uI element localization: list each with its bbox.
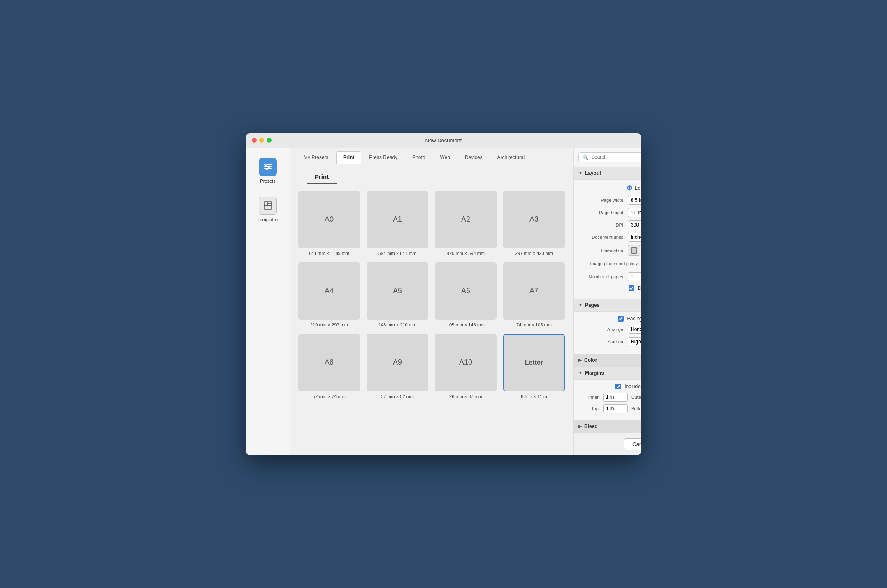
top-input[interactable] xyxy=(603,404,628,413)
page-sublabel-a4: 210 mm × 297 mm xyxy=(310,322,348,327)
page-thumb-a0: A0 xyxy=(298,191,360,248)
inner-input[interactable] xyxy=(603,393,628,402)
new-document-window: New Document Presets xyxy=(246,133,641,455)
traffic-lights xyxy=(252,138,272,143)
presets-label: Presets xyxy=(260,178,275,183)
pages-arrow-icon: ▼ xyxy=(578,303,583,307)
include-margins-label: Include margins xyxy=(625,384,641,389)
page-label-a6: A6 xyxy=(461,287,470,295)
minimize-button[interactable] xyxy=(259,138,264,143)
tab-print[interactable]: Print xyxy=(336,151,361,164)
page-width-input[interactable] xyxy=(628,196,641,205)
page-sublabel-a9: 37 mm × 52 mm xyxy=(381,394,414,399)
maximize-button[interactable] xyxy=(267,138,272,143)
search-icon: 🔍 xyxy=(582,154,589,160)
page-item-a3[interactable]: A3 297 mm × 420 mm xyxy=(503,191,565,256)
tab-photo[interactable]: Photo xyxy=(405,151,432,164)
svg-point-5 xyxy=(266,168,268,169)
search-wrap: 🔍 xyxy=(578,152,641,162)
page-height-label: Page height: xyxy=(579,210,625,215)
default-master-row: Default master xyxy=(629,285,641,291)
default-master-checkbox[interactable] xyxy=(629,285,634,291)
num-pages-row: Number of pages: ▲ ▼ xyxy=(579,271,641,282)
panel-title: Print xyxy=(307,168,337,184)
include-margins-checkbox[interactable] xyxy=(615,384,621,389)
dpi-select[interactable]: 300 72 96 150 600 xyxy=(628,220,641,229)
window-title: New Document xyxy=(425,137,462,144)
page-item-a9[interactable]: A9 37 mm × 52 mm xyxy=(367,334,428,399)
page-label-a5: A5 xyxy=(393,287,402,295)
margins-section-title: Margins xyxy=(585,370,604,376)
page-item-a8[interactable]: A8 52 mm × 74 mm xyxy=(298,334,360,399)
bleed-section-title: Bleed xyxy=(584,424,598,429)
bleed-section-header[interactable]: ▶ Bleed xyxy=(574,420,641,433)
page-sublabel-a0: 841 mm × 1189 mm xyxy=(309,251,349,256)
page-item-a10[interactable]: A10 26 mm × 37 mm xyxy=(435,334,497,399)
page-thumb-a5: A5 xyxy=(367,262,428,320)
page-thumb-a6: A6 xyxy=(435,262,497,320)
arrange-row: Arrange: Horizontally Vertically xyxy=(579,325,641,334)
layout-section-header[interactable]: ▼ Layout xyxy=(574,167,641,180)
close-button[interactable] xyxy=(252,138,257,143)
units-select[interactable]: Inches mm cm px pt xyxy=(628,233,641,242)
layout-section-content: ⊕ Letter Page width: Page height: DPI: xyxy=(574,180,641,299)
page-thumb-a3: A3 xyxy=(503,191,565,248)
svg-point-4 xyxy=(268,166,270,167)
page-thumb-a2: A2 xyxy=(435,191,497,248)
page-item-letter[interactable]: Letter 8.5 in × 11 in xyxy=(503,334,565,399)
tab-devices[interactable]: Devices xyxy=(458,151,490,164)
page-height-input[interactable] xyxy=(628,208,641,217)
page-item-a0[interactable]: A0 841 mm × 1189 mm xyxy=(298,191,360,256)
page-thumb-a1: A1 xyxy=(367,191,428,248)
svg-point-3 xyxy=(265,164,267,165)
facing-pages-checkbox[interactable] xyxy=(618,316,624,322)
page-sublabel-letter: 8.5 in × 11 in xyxy=(521,394,547,399)
tab-my-presets[interactable]: My Presets xyxy=(297,151,335,164)
cancel-button[interactable]: Cancel xyxy=(624,438,641,450)
layout-arrow-icon: ▼ xyxy=(578,171,583,175)
svg-rect-10 xyxy=(632,247,636,254)
sidebar-item-presets[interactable]: Presets xyxy=(249,155,286,187)
orientation-portrait-btn[interactable] xyxy=(628,245,640,256)
page-thumb-a8: A8 xyxy=(298,334,360,391)
search-input[interactable] xyxy=(591,154,641,160)
footer-buttons: Cancel Create xyxy=(574,433,641,455)
pages-section-title: Pages xyxy=(585,302,599,308)
page-label-a0: A0 xyxy=(325,215,334,224)
start-on-select[interactable]: Right Left xyxy=(628,337,641,346)
dpi-row: DPI: 300 72 96 150 600 xyxy=(579,220,641,229)
page-label-a7: A7 xyxy=(529,287,539,295)
main-content: Presets Templates My Presets Prin xyxy=(246,148,641,455)
document-units-label: Document units: xyxy=(579,235,625,240)
sidebar-item-templates[interactable]: Templates xyxy=(249,193,286,225)
page-sublabel-a10: 26 mm × 37 mm xyxy=(449,394,482,399)
page-width-row: Page width: xyxy=(579,196,641,205)
page-item-a4[interactable]: A4 210 mm × 297 mm xyxy=(298,262,360,327)
page-item-a2[interactable]: A2 420 mm × 594 mm xyxy=(435,191,497,256)
bleed-arrow-icon: ▶ xyxy=(578,424,582,428)
top-bottom-row: Top: Bottom: xyxy=(579,404,641,413)
page-item-a7[interactable]: A7 74 mm × 105 mm xyxy=(503,262,565,327)
right-panel: 🔍 ▼ Layout ⊕ Letter Page width: xyxy=(573,148,641,455)
svg-rect-9 xyxy=(264,206,272,209)
tab-press-ready[interactable]: Press Ready xyxy=(362,151,404,164)
page-sublabel-a5: 148 mm × 210 mm xyxy=(378,322,416,327)
num-pages-input[interactable] xyxy=(628,272,641,281)
arrange-select[interactable]: Horizontally Vertically xyxy=(628,325,641,334)
page-item-a1[interactable]: A1 594 mm × 841 mm xyxy=(367,191,428,256)
pages-section-header[interactable]: ▼ Pages xyxy=(574,299,641,312)
page-width-label: Page width: xyxy=(579,198,625,203)
page-label-letter: Letter xyxy=(525,359,543,366)
tab-web[interactable]: Web xyxy=(433,151,457,164)
image-placement-row: Image placement policy: Prefer Embedded … xyxy=(579,259,641,268)
start-on-label: Start on: xyxy=(579,339,625,344)
color-section-header[interactable]: ▶ Color xyxy=(574,354,641,367)
inner-outer-row: Inner: Outer: ⛓ xyxy=(579,393,641,402)
page-item-a6[interactable]: A6 105 mm × 148 mm xyxy=(435,262,497,327)
page-item-a5[interactable]: A5 148 mm × 210 mm xyxy=(367,262,428,327)
inner-label: Inner: xyxy=(579,395,600,400)
margins-section-header[interactable]: ▼ Margins xyxy=(574,367,641,380)
tab-architectural[interactable]: Architectural xyxy=(490,151,532,164)
dpi-label: DPI: xyxy=(579,222,625,227)
color-arrow-icon: ▶ xyxy=(578,358,582,362)
